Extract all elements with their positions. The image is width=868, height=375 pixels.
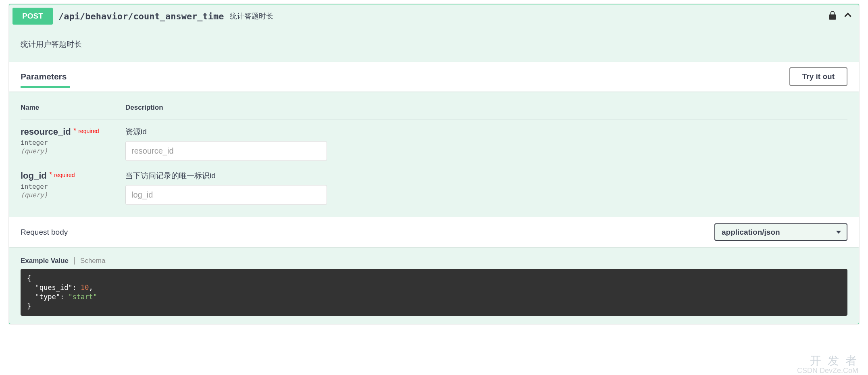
request-body-header: Request body application/json bbox=[9, 217, 859, 247]
tab-divider bbox=[74, 257, 75, 265]
chevron-up-icon[interactable] bbox=[843, 10, 853, 22]
tab-schema[interactable]: Schema bbox=[80, 257, 105, 265]
param-description: 资源id bbox=[125, 127, 847, 137]
param-in: (query) bbox=[21, 190, 125, 199]
endpoint-summary: 统计答题时长 bbox=[230, 11, 273, 21]
request-body-title: Request body bbox=[21, 228, 68, 237]
content-type-select[interactable]: application/json bbox=[714, 223, 847, 241]
table-row: log_id required integer (query) 当下访问记录的唯… bbox=[21, 163, 847, 207]
parameters-table: Name Description resource_id required in… bbox=[9, 92, 859, 217]
request-body-section: Example Value Schema { "ques_id": 10, "t… bbox=[9, 247, 859, 324]
param-input-log-id[interactable] bbox=[125, 185, 327, 205]
table-row: resource_id required integer (query) 资源i… bbox=[21, 119, 847, 164]
param-input-resource-id[interactable] bbox=[125, 141, 327, 161]
param-name: resource_id bbox=[21, 127, 71, 137]
opblock-post: POST /api/behavior/count_answer_time 统计答… bbox=[9, 4, 859, 324]
lock-icon[interactable] bbox=[827, 10, 838, 22]
tab-example-value[interactable]: Example Value bbox=[21, 257, 69, 265]
param-type: integer bbox=[21, 137, 125, 146]
column-header-name: Name bbox=[21, 99, 125, 119]
parameters-header: Parameters Try it out bbox=[9, 62, 859, 92]
param-type: integer bbox=[21, 181, 125, 190]
example-body-code[interactable]: { "ques_id": 10, "type": "start" } bbox=[21, 269, 847, 316]
method-badge: POST bbox=[12, 8, 53, 25]
endpoint-path: /api/behavior/count_answer_time bbox=[53, 11, 230, 21]
column-header-description: Description bbox=[125, 99, 847, 119]
param-description: 当下访问记录的唯一标识id bbox=[125, 171, 847, 181]
param-name: log_id bbox=[21, 171, 47, 181]
param-required: required bbox=[73, 128, 99, 134]
param-required: required bbox=[48, 172, 75, 178]
tab-parameters[interactable]: Parameters bbox=[21, 72, 67, 81]
opblock-summary[interactable]: POST /api/behavior/count_answer_time 统计答… bbox=[9, 4, 859, 28]
endpoint-description: 统计用户答题时长 bbox=[9, 28, 859, 62]
param-in: (query) bbox=[21, 146, 125, 155]
try-it-out-button[interactable]: Try it out bbox=[789, 67, 847, 86]
